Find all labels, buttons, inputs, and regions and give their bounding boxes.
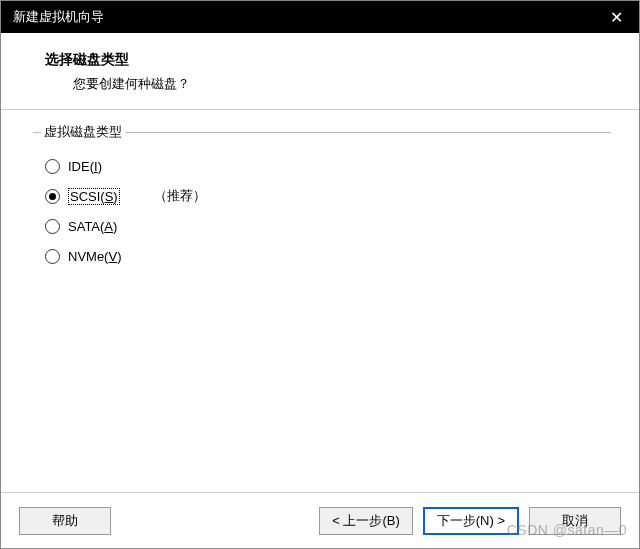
back-button[interactable]: < 上一步(B) — [319, 507, 413, 535]
radio-icon — [45, 159, 60, 174]
help-button[interactable]: 帮助 — [19, 507, 111, 535]
radio-sata[interactable]: SATA(A) — [45, 211, 607, 241]
cancel-button[interactable]: 取消 — [529, 507, 621, 535]
close-icon: ✕ — [610, 8, 623, 27]
radio-nvme[interactable]: NVMe(V) — [45, 241, 607, 271]
radio-label-scsi: SCSI(S) — [68, 188, 120, 205]
wizard-header: 选择磁盘类型 您要创建何种磁盘？ — [1, 33, 639, 110]
disk-type-fieldset: 虚拟磁盘类型 IDE(I) SCSI(S) （推荐） SATA(A) NVMe(… — [33, 132, 611, 275]
recommended-badge: （推荐） — [154, 187, 206, 205]
close-button[interactable]: ✕ — [593, 1, 639, 33]
next-button[interactable]: 下一步(N) > — [423, 507, 519, 535]
titlebar: 新建虚拟机向导 ✕ — [1, 1, 639, 33]
radio-scsi[interactable]: SCSI(S) （推荐） — [45, 181, 607, 211]
radio-label-nvme: NVMe(V) — [68, 249, 121, 264]
radio-icon — [45, 189, 60, 204]
radio-group: IDE(I) SCSI(S) （推荐） SATA(A) NVMe(V) — [33, 143, 611, 275]
page-subtitle: 您要创建何种磁盘？ — [45, 75, 609, 93]
radio-label-ide: IDE(I) — [68, 159, 102, 174]
radio-label-sata: SATA(A) — [68, 219, 117, 234]
radio-ide[interactable]: IDE(I) — [45, 151, 607, 181]
button-bar: 帮助 < 上一步(B) 下一步(N) > 取消 — [1, 492, 639, 548]
page-title: 选择磁盘类型 — [45, 51, 609, 69]
radio-icon — [45, 219, 60, 234]
window-title: 新建虚拟机向导 — [13, 8, 104, 26]
fieldset-legend: 虚拟磁盘类型 — [41, 123, 125, 141]
content-area: 虚拟磁盘类型 IDE(I) SCSI(S) （推荐） SATA(A) NVMe(… — [1, 110, 639, 285]
radio-icon — [45, 249, 60, 264]
